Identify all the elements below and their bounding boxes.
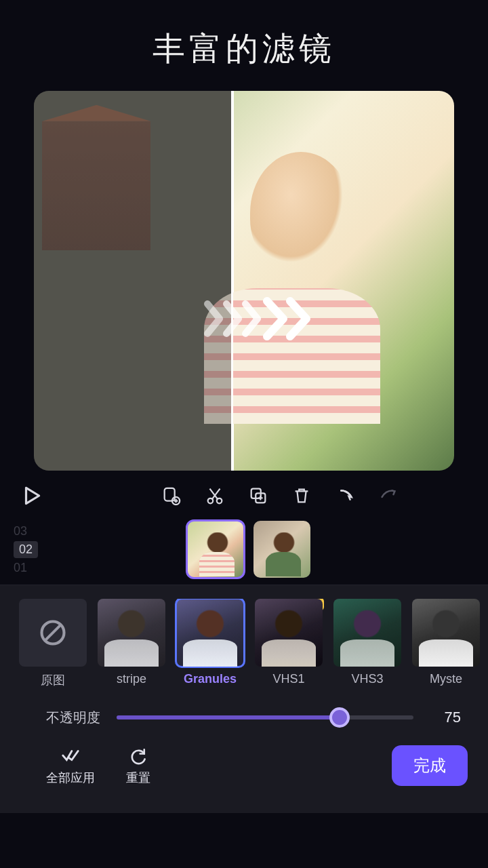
filter-label: stripe xyxy=(98,672,165,686)
filter-thumb xyxy=(176,599,244,667)
undo-icon[interactable] xyxy=(335,486,355,509)
svg-line-7 xyxy=(45,625,62,642)
bottom-bar: 全部应用 重置 完成 xyxy=(19,738,488,802)
filter-thumb xyxy=(98,599,165,667)
filter-stripe[interactable]: stripe xyxy=(98,599,165,688)
filter-label: Granules xyxy=(176,672,244,686)
editor-toolbar xyxy=(0,471,488,518)
svg-point-2 xyxy=(208,498,214,504)
track-numbers: 03 02 01 xyxy=(14,524,54,575)
reset-button[interactable]: 重置 xyxy=(126,747,150,786)
compare-divider[interactable] xyxy=(231,91,233,471)
filter-label: Myste xyxy=(412,672,480,686)
filter-none[interactable]: 原图 xyxy=(19,599,87,688)
scissors-icon[interactable] xyxy=(205,486,225,509)
done-button[interactable]: 完成 xyxy=(392,745,468,786)
page-title: 丰富的滤镜 xyxy=(0,0,488,91)
none-icon xyxy=(38,618,68,648)
track-num: 03 xyxy=(14,524,27,538)
preview-original-overlay xyxy=(34,91,231,471)
play-button[interactable] xyxy=(20,484,43,510)
filter-label: 原图 xyxy=(19,672,87,688)
redo-icon[interactable] xyxy=(378,486,399,509)
filter-thumb xyxy=(255,599,323,667)
reset-label: 重置 xyxy=(126,770,150,786)
svg-point-3 xyxy=(217,498,222,504)
trash-icon[interactable] xyxy=(291,486,312,509)
filter-granules[interactable]: Granules xyxy=(176,599,244,688)
preview-compare[interactable] xyxy=(34,91,454,471)
opacity-row: 不透明度 75 xyxy=(19,688,488,738)
clip-thumb-1[interactable] xyxy=(187,521,244,578)
filter-thumb xyxy=(333,599,401,667)
apply-all-label: 全部应用 xyxy=(46,770,95,786)
opacity-label: 不透明度 xyxy=(46,709,100,727)
filter-thumb xyxy=(19,599,87,667)
swipe-chevrons-icon xyxy=(202,297,324,340)
apply-all-button[interactable]: 全部应用 xyxy=(46,745,95,786)
opacity-value: 75 xyxy=(430,709,461,726)
track-num: 01 xyxy=(14,561,27,575)
filter-vhs1[interactable]: TryVHS1 xyxy=(255,599,323,688)
track-num-active[interactable]: 02 xyxy=(14,541,38,558)
add-layer-icon[interactable] xyxy=(161,486,182,509)
copy-icon[interactable] xyxy=(248,486,268,509)
filter-vhs3[interactable]: VHS3 xyxy=(333,599,401,688)
filter-thumb xyxy=(412,599,480,667)
filter-label: VHS1 xyxy=(255,672,323,686)
filters-panel: 原图stripeGranulesTryVHS1VHS3Myste 不透明度 75… xyxy=(0,585,488,813)
opacity-slider[interactable] xyxy=(117,707,413,728)
clip-thumb-2[interactable] xyxy=(253,521,310,578)
filter-label: VHS3 xyxy=(333,672,401,686)
filter-myst[interactable]: Myste xyxy=(412,599,480,688)
timeline: 03 02 01 xyxy=(0,518,488,585)
